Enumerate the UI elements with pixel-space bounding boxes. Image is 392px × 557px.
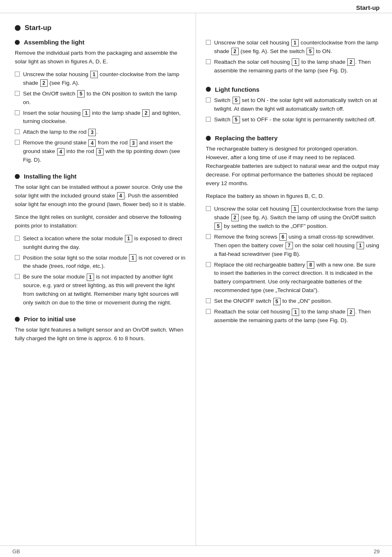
num-3: 3	[130, 139, 137, 147]
num-1: 1	[83, 109, 90, 117]
checkbox-icon	[15, 236, 20, 241]
left-column: Start-up Assembling the light Remove the…	[0, 13, 196, 545]
num-5: 5	[307, 48, 314, 55]
installing-intro2: Since the light relies on sunlight, cons…	[15, 213, 186, 230]
checkbox-icon	[206, 262, 211, 267]
list-item: Reattach the solar cell housing 1 to the…	[206, 308, 380, 325]
num-5: 5	[214, 223, 222, 230]
section-battery-title: Replacing the battery	[206, 135, 380, 142]
item-text: Reattach the solar cell housing 1 to the…	[214, 308, 380, 325]
section-prior-title: Prior to initial use	[15, 316, 186, 323]
header-title: Start-up	[356, 4, 380, 11]
bullet-icon	[206, 136, 211, 141]
num-1: 1	[90, 71, 98, 78]
battery-list: Unscrew the solar cell housing 1 counter…	[206, 205, 380, 325]
num-8: 8	[307, 261, 314, 269]
checkbox-icon	[206, 59, 211, 64]
item-text: Switch 5 set to OFF - the solar light is…	[214, 116, 376, 124]
main-content: Start-up Assembling the light Remove the…	[0, 13, 392, 545]
item-text: Unscrew the solar cell housing 1 counter…	[214, 205, 380, 231]
num-2: 2	[347, 309, 355, 316]
list-item: Switch 5 set to OFF - the solar light is…	[206, 116, 380, 124]
num-5: 5	[273, 298, 281, 305]
lightfunctions-list: Switch 5 set to ON - the solar light wil…	[206, 96, 380, 124]
num-1: 1	[125, 235, 132, 242]
num-5: 5	[233, 97, 240, 104]
list-item: Unscrew the solar cell housing 1 counter…	[206, 39, 380, 56]
num-6: 6	[279, 233, 287, 241]
num-3: 3	[88, 129, 96, 136]
list-item: Select a location where the solar module…	[15, 234, 186, 252]
list-item: Reattach the solar cell housing 1 to the…	[206, 58, 380, 75]
list-item: Set the On/Off switch 5 to the ON positi…	[15, 90, 186, 107]
item-text: Position the solar light so the solar mo…	[23, 254, 186, 271]
page: Start-up Start-up Assembling the light R…	[0, 0, 392, 557]
right-column: Unscrew the solar cell housing 1 counter…	[196, 13, 392, 545]
prior-use-list: Unscrew the solar cell housing 1 counter…	[206, 39, 380, 75]
footer-page: 29	[374, 548, 380, 555]
checkbox-icon	[15, 72, 20, 77]
item-text: Set the On/Off switch 5 to the ON positi…	[23, 90, 186, 107]
installing-list: Select a location where the solar module…	[15, 234, 186, 307]
page-footer: GB 29	[0, 545, 392, 557]
num-2: 2	[347, 58, 355, 66]
installing-intro: The solar light can be installed without…	[15, 183, 186, 209]
bullet-icon	[15, 317, 20, 322]
list-item: Attach the lamp to the rod 3.	[15, 128, 186, 137]
checkbox-icon	[206, 40, 211, 45]
list-item: Unscrew the solar housing 1 counter-cloc…	[15, 70, 186, 88]
section-lightfunctions-title: Light functions	[206, 86, 380, 93]
list-item: Insert the solar housing 1 into the lamp…	[15, 109, 186, 126]
assembling-list: Unscrew the solar housing 1 counter-cloc…	[15, 70, 186, 165]
list-item: Be sure the solar module 1 is not impact…	[15, 273, 186, 307]
section-installing-title: Installing the light	[15, 173, 186, 180]
num-4: 4	[88, 139, 96, 147]
checkbox-icon	[206, 97, 211, 102]
num-2: 2	[231, 214, 239, 221]
checkbox-icon	[15, 110, 20, 115]
num-4: 4	[117, 192, 125, 200]
item-text: Replace the old rechargeable battery 8 w…	[214, 261, 380, 295]
list-item: Remove the ground stake 4 from the rod 3…	[15, 139, 186, 165]
item-text: Switch 5 set to ON - the solar light wil…	[214, 96, 380, 114]
assembling-intro: Remove the individual parts from the pac…	[15, 49, 186, 66]
list-item: Replace the old rechargeable battery 8 w…	[206, 261, 380, 295]
num-1: 1	[292, 58, 299, 66]
num-5: 5	[77, 90, 85, 97]
footer-lang: GB	[12, 548, 20, 555]
list-item: Set the ON/OFF switch 5 to the „ON” posi…	[206, 297, 380, 306]
checkbox-icon	[206, 206, 211, 211]
num-2: 2	[142, 109, 150, 117]
num-1: 1	[87, 274, 94, 281]
page-header: Start-up	[0, 0, 392, 13]
bullet-icon	[15, 174, 20, 179]
list-item: Switch 5 set to ON - the solar light wil…	[206, 96, 380, 114]
item-text: Select a location where the solar module…	[23, 234, 186, 252]
num-1: 1	[292, 309, 299, 316]
item-text: Insert the solar housing 1 into the lamp…	[23, 109, 186, 126]
checkbox-icon	[15, 274, 20, 279]
num-7: 7	[286, 242, 293, 249]
bullet-icon	[15, 40, 20, 45]
battery-intro2: Replace the battery as shown in figures …	[206, 192, 380, 201]
battery-intro: The rechargeable battery is designed for…	[206, 145, 380, 188]
checkbox-icon	[206, 117, 211, 122]
prior-intro: The solar light features a twilight sens…	[15, 326, 186, 343]
item-text: Remove the fixing screws 6 using a small…	[214, 233, 380, 259]
list-item: Position the solar light so the solar mo…	[15, 254, 186, 271]
checkbox-icon	[15, 140, 20, 145]
bullet-icon	[15, 25, 21, 31]
bullet-icon	[206, 87, 211, 92]
item-text: Set the ON/OFF switch 5 to the „ON” posi…	[214, 297, 332, 306]
num-2: 2	[40, 79, 48, 87]
item-text: Unscrew the solar cell housing 1 counter…	[214, 39, 380, 56]
item-text: Reattach the solar cell housing 1 to the…	[214, 58, 380, 75]
item-text: Be sure the solar module 1 is not impact…	[23, 273, 186, 307]
item-text: Unscrew the solar housing 1 counter-cloc…	[23, 70, 186, 88]
list-item: Remove the fixing screws 6 using a small…	[206, 233, 380, 259]
num-1: 1	[291, 39, 299, 46]
checkbox-icon	[206, 234, 211, 239]
section-startup-title: Start-up	[15, 24, 186, 32]
checkbox-icon	[15, 129, 20, 134]
checkbox-icon	[206, 309, 211, 314]
